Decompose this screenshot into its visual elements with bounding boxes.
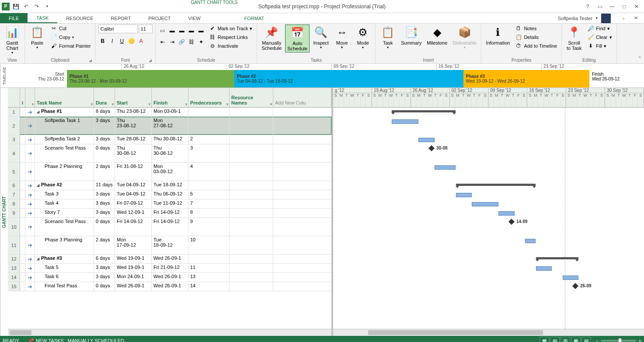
duration-cell[interactable]: 3 days — [94, 209, 115, 217]
finish-cell[interactable]: Mon 27-08-12 — [152, 117, 188, 135]
info-cell[interactable] — [20, 273, 25, 282]
row-number[interactable]: 15 — [8, 282, 20, 291]
copy-button[interactable]: 📄Copy ▾ — [49, 33, 93, 41]
duration-cell[interactable]: 3 days — [94, 273, 115, 282]
fill-button[interactable]: ⬇Fill ▾ — [585, 42, 613, 50]
add-cell[interactable] — [273, 199, 331, 208]
info-cell[interactable] — [20, 135, 25, 144]
info-cell[interactable] — [20, 255, 25, 263]
col-task-mode[interactable]: ▾ — [25, 88, 35, 107]
zoom-slider[interactable] — [601, 340, 636, 342]
resource-cell[interactable] — [230, 199, 273, 208]
info-cell[interactable] — [20, 199, 25, 208]
task-bar[interactable] — [456, 193, 472, 197]
manual-schedule-button[interactable]: 📌Manually Schedule — [260, 24, 283, 52]
find-button[interactable]: 🔎Find ▾ — [585, 24, 613, 32]
predecessors-cell[interactable] — [188, 255, 230, 263]
task-mode-cell[interactable]: ➜ — [25, 108, 35, 116]
underline-button[interactable]: U — [118, 37, 126, 45]
duration-cell[interactable]: 8 days — [94, 108, 115, 116]
task-bar[interactable] — [472, 202, 498, 206]
resource-cell[interactable] — [230, 282, 273, 291]
row-number[interactable]: 6 — [8, 181, 20, 190]
task-mode-cell[interactable]: ➜ — [25, 218, 35, 236]
maximize-button[interactable]: □ — [619, 2, 630, 11]
finish-cell[interactable]: Thu 30-08-12 — [152, 135, 188, 144]
task-mode-cell[interactable]: ➜ — [25, 190, 35, 199]
add-cell[interactable] — [273, 117, 331, 135]
resource-cell[interactable] — [230, 181, 273, 190]
gantt-chart-button[interactable]: 📊 Gantt Chart ▾ — [3, 24, 22, 56]
finish-cell[interactable]: Tue 11-09-12 — [152, 199, 188, 208]
view-report-button[interactable]: ▤ — [581, 337, 591, 342]
predecessors-cell[interactable]: 4 — [188, 163, 230, 181]
resource-cell[interactable] — [230, 144, 273, 162]
fill-color-button[interactable]: 🟡 — [127, 37, 136, 45]
predecessors-cell[interactable]: 2 — [188, 135, 230, 144]
start-cell[interactable]: Wed 12-09-1 — [115, 209, 152, 217]
col-resource-names[interactable]: Resource Names▾ — [230, 88, 273, 107]
finish-cell[interactable]: Mon 03-09-1 — [152, 108, 188, 116]
clear-button[interactable]: 🧹Clear ▾ — [585, 33, 613, 41]
task-bar[interactable] — [536, 266, 552, 271]
avatar[interactable] — [601, 14, 611, 23]
task-bar[interactable] — [525, 239, 536, 243]
pct25-button[interactable]: ▬ — [168, 26, 177, 35]
col-start[interactable]: Start▾ — [115, 88, 152, 107]
start-cell[interactable]: Mon 17-09-12 — [115, 236, 152, 254]
bold-button[interactable]: B — [98, 37, 107, 45]
task-bar[interactable] — [498, 211, 515, 216]
start-cell[interactable]: Wed 19-09-1 — [115, 264, 152, 272]
info-cell[interactable] — [20, 163, 25, 181]
information-button[interactable]: ℹInformation — [484, 24, 512, 46]
row-number[interactable]: 2 — [8, 117, 20, 135]
task-mode-cell[interactable]: ➜ — [25, 264, 35, 272]
resource-cell[interactable] — [230, 135, 273, 144]
duration-cell[interactable]: 3 days — [94, 135, 115, 144]
table-row[interactable]: 5 ➜ Phase 2 Planning 2 days Fri 31-08-12… — [8, 163, 331, 181]
mark-on-track-button[interactable]: ✔Mark on Track ▾ — [207, 24, 254, 32]
task-mode-cell[interactable]: ➜ — [25, 135, 35, 144]
row-number[interactable]: 13 — [8, 264, 20, 272]
resource-cell[interactable] — [230, 273, 273, 282]
table-row[interactable]: 12 ➜ Phase #3 6 days Wed 19-09-1 Wed 26-… — [8, 255, 331, 264]
start-cell[interactable]: Tue 28-08-12 — [115, 135, 152, 144]
resource-cell[interactable] — [230, 108, 273, 116]
info-cell[interactable] — [20, 264, 25, 272]
table-row[interactable]: 13 ➜ Task 5 3 days Wed 19-09-1 Fri 21-09… — [8, 264, 331, 273]
task-mode-cell[interactable]: ➜ — [25, 209, 35, 217]
task-mode-cell[interactable]: ➜ — [25, 181, 35, 190]
mode-button[interactable]: ⚙Mode▾ — [353, 24, 372, 50]
start-cell[interactable]: Fri 07-09-12 — [115, 199, 152, 208]
col-add-new[interactable]: Add New Colu — [273, 88, 331, 107]
undo-button[interactable]: ↶ — [22, 2, 31, 11]
milestone-marker[interactable] — [508, 219, 515, 225]
predecessors-cell[interactable] — [188, 181, 230, 190]
start-cell[interactable]: Fri 31-08-12 — [115, 163, 152, 181]
finish-cell[interactable]: Thu 06-09-12 — [152, 190, 188, 199]
tab-project[interactable]: PROJECT — [139, 13, 179, 23]
pct75-button[interactable]: ▬ — [187, 26, 196, 35]
view-task-usage-button[interactable]: ▤ — [550, 337, 560, 342]
start-cell[interactable]: Thu 30-08-12 — [115, 144, 152, 162]
predecessors-cell[interactable]: 14 — [188, 282, 230, 291]
task-mode-cell[interactable]: ➜ — [25, 144, 35, 162]
paste-button[interactable]: 📋 Paste ▾ — [28, 24, 47, 50]
milestone-button[interactable]: ◆Milestone — [425, 24, 449, 46]
info-cell[interactable] — [20, 209, 25, 217]
table-row[interactable]: 1 ➜ Phase #1 8 days Thu 23-08-12 Mon 03-… — [8, 108, 331, 117]
table-row[interactable]: 15 ➜ Final Test Pass 0 days Wed 26-09-1 … — [8, 282, 331, 291]
task-mode-cell[interactable]: ➜ — [25, 199, 35, 208]
details-button[interactable]: 📋Details — [513, 33, 559, 41]
italic-button[interactable]: I — [108, 37, 117, 45]
task-name-cell[interactable]: Scenario Test Pass — [35, 144, 94, 162]
task-bar[interactable] — [392, 119, 418, 124]
row-number[interactable]: 3 — [8, 135, 20, 144]
info-cell[interactable] — [20, 144, 25, 162]
col-predecessors[interactable]: Predecessors▾ — [188, 88, 230, 107]
duration-cell[interactable]: 3 days — [94, 190, 115, 199]
qat-customize[interactable]: ▼ — [43, 2, 52, 11]
predecessors-cell[interactable]: 10 — [188, 236, 230, 254]
resource-cell[interactable] — [230, 236, 273, 254]
add-cell[interactable] — [273, 273, 331, 282]
